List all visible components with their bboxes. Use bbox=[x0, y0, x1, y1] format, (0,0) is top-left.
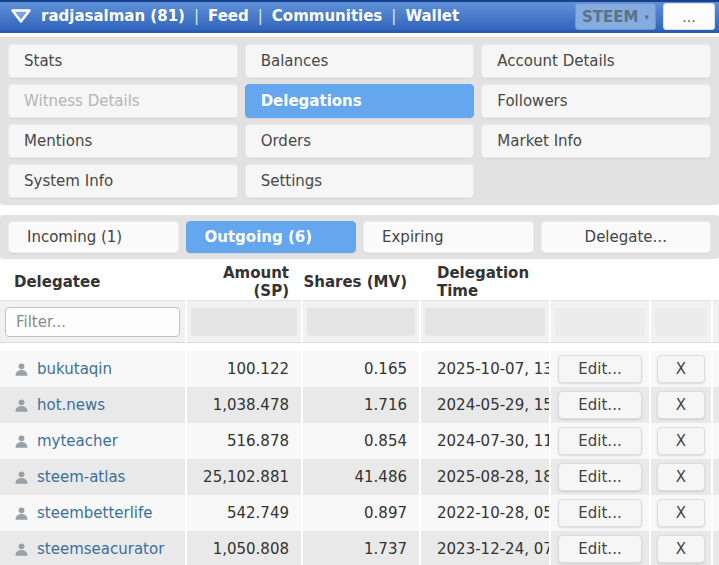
tab-outgoing[interactable]: Outgoing (6) bbox=[186, 221, 357, 253]
nav-followers-button[interactable]: Followers bbox=[481, 84, 711, 118]
edit-button[interactable]: Edit... bbox=[558, 535, 642, 563]
delegatee-link[interactable]: hot.news bbox=[37, 396, 105, 414]
nav-balances-button[interactable]: Balances bbox=[245, 44, 475, 78]
nav-delegations-button[interactable]: Delegations bbox=[245, 84, 475, 118]
table-row: steemseacurator 1,050.808 1.737 2023-12-… bbox=[0, 531, 719, 565]
account-name-link[interactable]: radjasalman (81) bbox=[41, 7, 185, 25]
filter-cell-edit bbox=[555, 308, 645, 336]
edit-button[interactable]: Edit... bbox=[558, 355, 642, 383]
filter-input[interactable] bbox=[5, 307, 180, 337]
row-end-gutter bbox=[712, 495, 719, 531]
nav-mentions-button[interactable]: Mentions bbox=[8, 124, 238, 158]
user-icon bbox=[14, 434, 29, 449]
account-section-nav: Stats Balances Account Details Witness D… bbox=[0, 37, 719, 205]
delegation-time-cell: 2025-08-28, 18: bbox=[420, 459, 550, 495]
remove-button[interactable]: X bbox=[657, 391, 705, 419]
remove-button[interactable]: X bbox=[657, 535, 705, 563]
remove-button[interactable]: X bbox=[657, 499, 705, 527]
tab-expiring[interactable]: Expiring bbox=[363, 221, 534, 253]
filter-cell-shares bbox=[307, 308, 415, 336]
column-header-delegation-time[interactable]: Delegation Time bbox=[420, 264, 550, 301]
user-icon bbox=[14, 470, 29, 485]
table-row: hot.news 1,038.478 1.716 2024-05-29, 15:… bbox=[0, 387, 719, 423]
table-row: myteacher 516.878 0.854 2024-07-30, 11: … bbox=[0, 423, 719, 459]
nav-wallet-link[interactable]: Wallet bbox=[405, 7, 459, 25]
nav-witness-details-button: Witness Details bbox=[8, 84, 238, 118]
edit-button[interactable]: Edit... bbox=[558, 427, 642, 455]
table-header-row: Delegatee Amount (SP) Shares (MV) Delega… bbox=[0, 264, 719, 301]
nav-feed-link[interactable]: Feed bbox=[208, 7, 249, 25]
shares-cell: 1.737 bbox=[302, 531, 420, 565]
delegation-time-cell: 2024-05-29, 15: bbox=[420, 387, 550, 423]
amount-cell: 25,102.881 bbox=[186, 459, 302, 495]
column-header-remove bbox=[650, 264, 712, 301]
remove-button[interactable]: X bbox=[657, 463, 705, 491]
delegation-tabs: Incoming (1) Outgoing (6) Expiring Deleg… bbox=[0, 215, 719, 259]
coin-selector-label: STEEM bbox=[582, 8, 638, 26]
remove-button[interactable]: X bbox=[657, 355, 705, 383]
nav-grid-empty-cell bbox=[481, 164, 711, 198]
shares-cell: 0.165 bbox=[302, 351, 420, 387]
tab-incoming[interactable]: Incoming (1) bbox=[8, 221, 179, 253]
delegation-time-cell: 2024-07-30, 11: bbox=[420, 423, 550, 459]
column-header-amount[interactable]: Amount (SP) bbox=[186, 264, 302, 301]
column-header-delegatee[interactable]: Delegatee bbox=[0, 264, 186, 301]
nav-account-details-button[interactable]: Account Details bbox=[481, 44, 711, 78]
delegate-button[interactable]: Delegate... bbox=[541, 221, 712, 253]
row-end-gutter bbox=[712, 387, 719, 423]
delegatee-link[interactable]: myteacher bbox=[37, 432, 118, 450]
delegation-time-cell: 2023-12-24, 07: bbox=[420, 531, 550, 565]
column-header-edit bbox=[550, 264, 650, 301]
shares-cell: 1.716 bbox=[302, 387, 420, 423]
table-spacer bbox=[0, 343, 719, 352]
top-bar: radjasalman (81) | Feed | Communities | … bbox=[0, 0, 719, 33]
amount-cell: 100.122 bbox=[186, 351, 302, 387]
shares-cell: 0.897 bbox=[302, 495, 420, 531]
nav-settings-button[interactable]: Settings bbox=[245, 164, 475, 198]
delegations-table: Delegatee Amount (SP) Shares (MV) Delega… bbox=[0, 264, 719, 565]
delegation-time-cell: 2025-10-07, 13: bbox=[420, 351, 550, 387]
delegatee-link[interactable]: bukutaqin bbox=[37, 360, 112, 378]
remove-button[interactable]: X bbox=[657, 427, 705, 455]
amount-cell: 516.878 bbox=[186, 423, 302, 459]
shares-cell: 41.486 bbox=[302, 459, 420, 495]
row-end-gutter bbox=[712, 531, 719, 565]
coin-selector-dropdown[interactable]: STEEM ▾ bbox=[575, 3, 656, 30]
filter-cell-remove bbox=[655, 308, 707, 336]
delegatee-link[interactable]: steemseacurator bbox=[37, 540, 164, 558]
delegatee-link[interactable]: steem-atlas bbox=[37, 468, 125, 486]
delegatee-link[interactable]: steembetterlife bbox=[37, 504, 153, 522]
edit-button[interactable]: Edit... bbox=[558, 499, 642, 527]
edit-button[interactable]: Edit... bbox=[558, 463, 642, 491]
nav-separator: | bbox=[391, 7, 396, 25]
delegation-time-cell: 2022-10-28, 05: bbox=[420, 495, 550, 531]
user-icon bbox=[14, 398, 29, 413]
table-row: steembetterlife 542.749 0.897 2022-10-28… bbox=[0, 495, 719, 531]
row-end-gutter bbox=[712, 351, 719, 387]
shares-cell: 0.854 bbox=[302, 423, 420, 459]
table-row: steem-atlas 25,102.881 41.486 2025-08-28… bbox=[0, 459, 719, 495]
amount-cell: 1,050.808 bbox=[186, 531, 302, 565]
amount-cell: 1,038.478 bbox=[186, 387, 302, 423]
more-button[interactable]: ... bbox=[663, 3, 715, 30]
table-filter-row bbox=[0, 301, 719, 343]
nav-market-info-button[interactable]: Market Info bbox=[481, 124, 711, 158]
column-header-shares[interactable]: Shares (MV) bbox=[302, 264, 420, 301]
table-row: bukutaqin 100.122 0.165 2025-10-07, 13: … bbox=[0, 351, 719, 387]
nav-stats-button[interactable]: Stats bbox=[8, 44, 238, 78]
nav-separator: | bbox=[258, 7, 263, 25]
user-icon bbox=[14, 362, 29, 377]
column-header-end bbox=[712, 264, 719, 301]
row-end-gutter bbox=[712, 459, 719, 495]
filter-cell-time bbox=[425, 308, 545, 336]
filter-cell-amount bbox=[191, 308, 297, 336]
nav-communities-link[interactable]: Communities bbox=[272, 7, 383, 25]
steemworld-logo-icon[interactable] bbox=[10, 8, 32, 24]
nav-separator: | bbox=[194, 7, 199, 25]
nav-system-info-button[interactable]: System Info bbox=[8, 164, 238, 198]
amount-cell: 542.749 bbox=[186, 495, 302, 531]
caret-down-icon: ▾ bbox=[644, 12, 649, 22]
nav-orders-button[interactable]: Orders bbox=[245, 124, 475, 158]
row-end-gutter bbox=[712, 423, 719, 459]
edit-button[interactable]: Edit... bbox=[558, 391, 642, 419]
